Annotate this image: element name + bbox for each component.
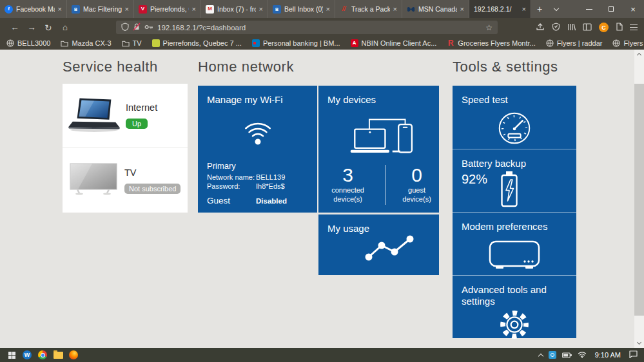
tv-service-info: TV Not subscribed (124, 167, 181, 194)
network-name-label: Network name: (207, 173, 256, 181)
bookmark-raddar[interactable]: Flyers | raddar (546, 39, 603, 47)
bookmark-flyers-quebec[interactable]: Flyers - Quebec - Circu... (612, 39, 644, 47)
page-actions-icon[interactable] (616, 22, 623, 33)
home-button[interactable]: ⌂ (57, 23, 73, 32)
modem-preferences-card[interactable]: Modem preferences (453, 213, 576, 276)
guest-label: Guest (207, 196, 256, 205)
bank-icon (252, 39, 260, 47)
menu-icon[interactable] (630, 24, 638, 31)
key-icon[interactable] (144, 22, 153, 33)
tab-bell-inbox[interactable]: B Bell Inbox (0) × (268, 0, 335, 18)
gmail-favicon-icon: M (206, 5, 214, 14)
guest-label: guest device(s) (395, 186, 439, 204)
tab-mac-filtering[interactable]: B Mac Filtering - Bell × (67, 0, 134, 18)
scrollbar-thumb[interactable] (634, 84, 644, 316)
tab-title: MSN Canada | Outl (418, 5, 457, 13)
tab-close-icon[interactable]: × (192, 5, 196, 13)
tab-title: Facebook Marketpl (16, 5, 55, 13)
save-page-icon[interactable] (536, 22, 545, 33)
tab-title: Track a Package or S (351, 5, 390, 13)
bookmark-label: Flyers | raddar (557, 39, 603, 47)
start-button[interactable] (4, 348, 19, 362)
insecure-lock-icon[interactable] (133, 22, 141, 33)
minimize-button[interactable] (578, 0, 600, 18)
taskbar-clock[interactable]: 9:10 AM (595, 351, 621, 359)
reload-button[interactable]: ↻ (40, 23, 57, 33)
bookmark-label: NBIN Online Client Ac... (362, 39, 437, 47)
tab-pierrefonds[interactable]: V Pierrefonds, Quebe × (134, 0, 201, 18)
tracking-shield-icon[interactable] (121, 22, 129, 33)
bookmark-label: Personal banking | BM... (263, 39, 340, 47)
bookmark-nbin[interactable]: A NBIN Online Client Ac... (351, 39, 437, 47)
page-scrollbar[interactable] (634, 50, 644, 348)
guest-row: Guest Disabled (207, 196, 309, 205)
my-usage-card[interactable]: My usage (318, 214, 439, 275)
taskbar-chrome[interactable] (35, 348, 50, 362)
tools-settings-panel: Speed test Battery backup 92% (453, 86, 576, 338)
bookmark-folder-tv[interactable]: TV (122, 39, 142, 47)
tab-close-icon[interactable]: × (259, 5, 263, 13)
taskbar-app-w[interactable]: W (19, 348, 35, 362)
tab-close-icon[interactable]: × (125, 5, 129, 13)
new-tab-button[interactable]: + (531, 0, 548, 18)
action-center-icon[interactable] (629, 349, 638, 361)
battery-tray-icon[interactable] (562, 349, 572, 361)
tab-close-icon[interactable]: × (326, 5, 330, 13)
password-label: Password: (207, 182, 256, 190)
extension-c-icon[interactable]: C (599, 23, 609, 32)
tab-close-icon[interactable]: × (393, 5, 397, 13)
library-icon[interactable] (567, 22, 576, 33)
forward-button[interactable]: → (23, 23, 40, 32)
connected-devices-stat: 3 connected device(s) (318, 165, 377, 205)
chevron-down-icon (554, 5, 559, 10)
tab-close-icon[interactable]: × (58, 5, 62, 13)
back-button[interactable]: ← (6, 23, 23, 32)
bookmark-folder-mazda[interactable]: Mazda CX-3 (61, 39, 111, 47)
bell-favicon-icon: B (273, 5, 281, 14)
tab-track-package[interactable]: // Track a Package or S × (335, 0, 402, 18)
service-name: Internet (126, 102, 157, 113)
scroll-up-button[interactable] (634, 50, 644, 59)
manage-wifi-card[interactable]: Manage my Wi-Fi Primary Network name: BE… (198, 86, 317, 213)
bookmark-bmo-banking[interactable]: Personal banking | BM... (252, 39, 340, 47)
address-bar[interactable]: 192.168.2.1/?c=dashboard ☆ (116, 21, 498, 34)
internet-service-info: Internet Up (126, 102, 157, 129)
home-network-title: Home network (198, 59, 294, 75)
speed-test-card[interactable]: Speed test (453, 86, 576, 149)
wifi-tray-icon[interactable] (578, 349, 587, 361)
my-devices-card[interactable]: My devices 3 connected device(s) (318, 86, 439, 213)
tab-title: Bell Inbox (0) (284, 5, 323, 13)
battery-backup-card[interactable]: Battery backup 92% (453, 149, 576, 213)
taskbar-file-explorer[interactable] (50, 348, 66, 362)
sidebar-icon[interactable] (583, 22, 592, 33)
bookmark-pierrefonds[interactable]: Pierrefonds, Quebec 7 ... (152, 39, 242, 47)
scroll-down-button[interactable] (634, 339, 644, 348)
tab-close-icon[interactable]: × (460, 5, 464, 13)
bookmark-groceries-flyers[interactable]: R Groceries Flyers Montr... (447, 39, 535, 47)
service-health-panel: Internet Up TV Not s (63, 84, 188, 213)
protections-shield-icon[interactable] (552, 22, 560, 33)
speedometer-icon (494, 108, 534, 148)
taskbar-firefox[interactable] (66, 348, 81, 362)
chevron-down-icon (637, 340, 641, 345)
bookmark-star-icon[interactable]: ☆ (485, 23, 493, 32)
advanced-tools-card[interactable]: Advanced tools and settings (453, 276, 576, 338)
restore-button[interactable] (600, 0, 622, 18)
bookmark-label: Mazda CX-3 (72, 39, 111, 47)
gear-icon (498, 309, 531, 341)
close-button[interactable]: × (622, 0, 644, 18)
tab-router-dashboard-active[interactable]: 192.168.2.1/ × (469, 0, 531, 18)
tab-msn[interactable]: MSN Canada | Outl × (402, 0, 469, 18)
usage-chart-icon (361, 230, 420, 266)
hidden-icons-chevron[interactable] (538, 353, 543, 358)
bookmark-bell3000[interactable]: BELL3000 (6, 39, 50, 47)
tv-status-badge: Not subscribed (124, 184, 181, 194)
tab-close-icon[interactable]: × (522, 5, 526, 13)
bell-favicon-icon: B (72, 5, 80, 14)
tray-app-icon[interactable] (549, 351, 556, 359)
tab-facebook[interactable]: f Facebook Marketpl × (0, 0, 67, 18)
tab-gmail-inbox[interactable]: M Inbox (7) - frog8fly × (201, 0, 268, 18)
list-all-tabs-button[interactable] (548, 0, 565, 18)
router-dashboard-page: Service health Home network Tools & sett… (0, 50, 644, 348)
url-text[interactable]: 192.168.2.1/?c=dashboard (157, 24, 482, 32)
